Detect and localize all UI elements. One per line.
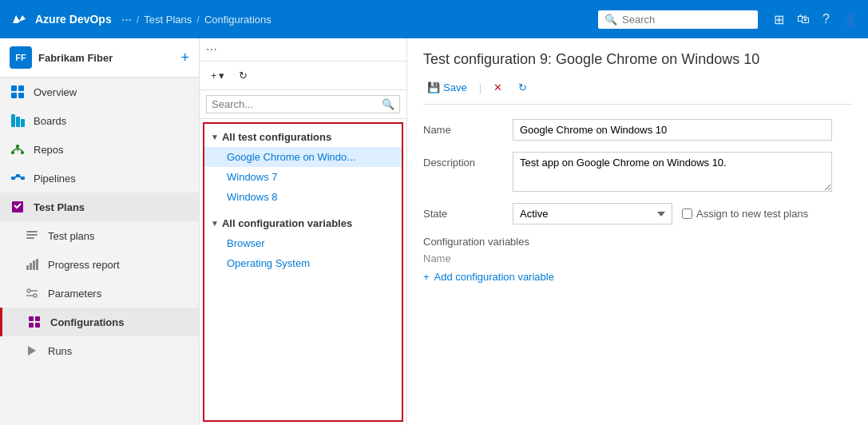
add-org-button[interactable]: + (180, 50, 189, 66)
add-icon: + (211, 70, 217, 81)
assign-checkbox[interactable] (682, 209, 692, 219)
svg-point-9 (11, 151, 14, 154)
tree-group-configurations-header[interactable]: ▼ All test configurations (204, 127, 402, 147)
configurations-icon (26, 314, 42, 330)
svg-point-26 (27, 289, 30, 292)
sidebar-nav: Overview Boards Repos Pipelines (0, 77, 199, 425)
tree-item-windows7[interactable]: Windows 7 (204, 167, 402, 187)
refresh-detail-button[interactable]: ↻ (514, 79, 531, 96)
sidebar-item-testplans-sub[interactable]: Test plans (0, 221, 199, 250)
sidebar-item-pipelines[interactable]: Pipelines (0, 164, 199, 193)
svg-rect-7 (21, 119, 25, 127)
svg-rect-24 (33, 260, 35, 270)
middle-search-box[interactable]: 🔍 (206, 95, 400, 113)
svg-rect-3 (11, 93, 17, 98)
name-input[interactable] (513, 119, 832, 141)
tree-group-variables: ▼ All configuration variables Browser Op… (204, 210, 402, 276)
right-panel: Test configuration 9: Google Chrome on W… (407, 38, 868, 425)
sidebar-item-boards[interactable]: Boards (0, 106, 199, 135)
sidebar-item-pipelines-label: Pipelines (34, 173, 76, 185)
sidebar-item-repos-label: Repos (34, 144, 64, 156)
sidebar-item-overview[interactable]: Overview (0, 77, 199, 106)
svg-line-11 (13, 148, 18, 151)
tree-item-os[interactable]: Operating System (204, 253, 402, 273)
svg-rect-25 (36, 259, 38, 270)
help-icon[interactable]: ? (822, 12, 830, 26)
svg-line-17 (15, 176, 16, 178)
right-toolbar: 💾 Save | ✕ ↻ (423, 79, 852, 105)
svg-rect-0 (10, 10, 29, 29)
state-label: State (423, 203, 503, 220)
repos-icon (10, 141, 26, 157)
sidebar-item-parameters[interactable]: Parameters (0, 279, 199, 308)
discard-button[interactable]: ✕ (489, 79, 506, 96)
user-icon[interactable]: 👤 (842, 12, 858, 27)
add-variable-label: Add configuration variable (434, 271, 554, 283)
svg-rect-2 (18, 85, 24, 91)
search-input[interactable] (622, 14, 751, 26)
search-icon: 🔍 (604, 14, 617, 26)
sidebar-item-runs[interactable]: Runs (0, 336, 199, 365)
refresh-detail-icon: ↻ (518, 81, 527, 93)
middle-search-input[interactable] (212, 98, 379, 110)
svg-rect-20 (26, 234, 38, 236)
svg-rect-19 (26, 231, 38, 232)
main-content: FF Fabrikam Fiber + Overview Boards (0, 38, 868, 425)
svg-point-28 (34, 294, 37, 297)
runs-icon (24, 343, 40, 359)
save-icon: 💾 (427, 81, 440, 93)
testplans-icon (10, 199, 26, 215)
form-row-state: State Active Inactive Assign to new test… (423, 203, 852, 224)
breadcrumb-dots[interactable]: ⋯ (121, 14, 132, 26)
topbar: Azure DevOps ⋯ / Test Plans / Configurat… (0, 0, 868, 38)
tree-item-browser[interactable]: Browser (204, 233, 402, 253)
tree-item-windows8[interactable]: Windows 8 (204, 187, 402, 207)
svg-rect-33 (35, 323, 40, 328)
tree-group-variables-header[interactable]: ▼ All configuration variables (204, 213, 402, 233)
sidebar-item-progress-label: Progress report (48, 259, 120, 271)
breadcrumb-sep2: / (196, 14, 200, 26)
svg-rect-1 (11, 85, 17, 91)
save-button[interactable]: 💾 Save (423, 79, 471, 96)
sidebar-item-repos[interactable]: Repos (0, 135, 199, 164)
refresh-button[interactable]: ↻ (234, 66, 252, 85)
middle-menu-icon[interactable]: ⋯ (206, 43, 217, 56)
tree-item-os-label: Operating System (227, 257, 310, 269)
sidebar-item-configurations[interactable]: Configurations (0, 308, 199, 336)
bag-icon[interactable]: 🛍 (797, 12, 810, 26)
form-row-description: Description Test app on Google Chrome on… (423, 152, 852, 192)
sidebar-item-parameters-label: Parameters (48, 288, 101, 300)
sidebar-item-progress[interactable]: Progress report (0, 250, 199, 279)
add-variable-button[interactable]: + Add configuration variable (423, 271, 852, 283)
tree-group-configurations: ▼ All test configurations Google Chrome … (204, 124, 402, 210)
assign-checkbox-label[interactable]: Assign to new test plans (682, 208, 808, 220)
state-select-wrap: Active Inactive Assign to new test plans (513, 203, 808, 224)
tree-item-windows8-label: Windows 8 (227, 191, 278, 203)
testplans-sub-icon (24, 228, 40, 244)
state-select[interactable]: Active Inactive (513, 203, 672, 224)
tree-item-chrome-label: Google Chrome on Windo... (227, 151, 355, 163)
sidebar-item-testplans[interactable]: Test Plans (0, 193, 199, 221)
config-vars-section: Configuration variables Name + Add confi… (423, 236, 852, 283)
breadcrumb-configurations[interactable]: Configurations (204, 14, 271, 26)
logo: Azure DevOps (10, 10, 112, 29)
tree-item-chrome[interactable]: Google Chrome on Windo... (204, 147, 402, 167)
breadcrumb-testplans[interactable]: Test Plans (144, 14, 192, 26)
tree-group-variables-arrow: ▼ (211, 219, 219, 228)
grid-icon[interactable]: ⊞ (774, 12, 784, 27)
search-box[interactable]: 🔍 (598, 10, 758, 29)
add-dropdown-arrow[interactable]: ▾ (219, 70, 224, 81)
svg-point-8 (16, 145, 19, 148)
description-label: Description (423, 152, 503, 169)
sidebar-item-runs-label: Runs (48, 345, 72, 357)
sidebar-item-overview-label: Overview (34, 86, 77, 98)
svg-rect-31 (35, 316, 40, 321)
sidebar-item-configurations-label: Configurations (50, 316, 124, 328)
add-button[interactable]: + ▾ (206, 66, 229, 85)
azure-devops-logo-icon (10, 10, 29, 29)
sidebar: FF Fabrikam Fiber + Overview Boards (0, 38, 200, 425)
svg-marker-34 (28, 346, 36, 355)
middle-search: 🔍 (200, 90, 406, 119)
description-input[interactable]: Test app on Google Chrome on Windows 10. (513, 152, 832, 192)
config-vars-label: Configuration variables (423, 236, 852, 248)
